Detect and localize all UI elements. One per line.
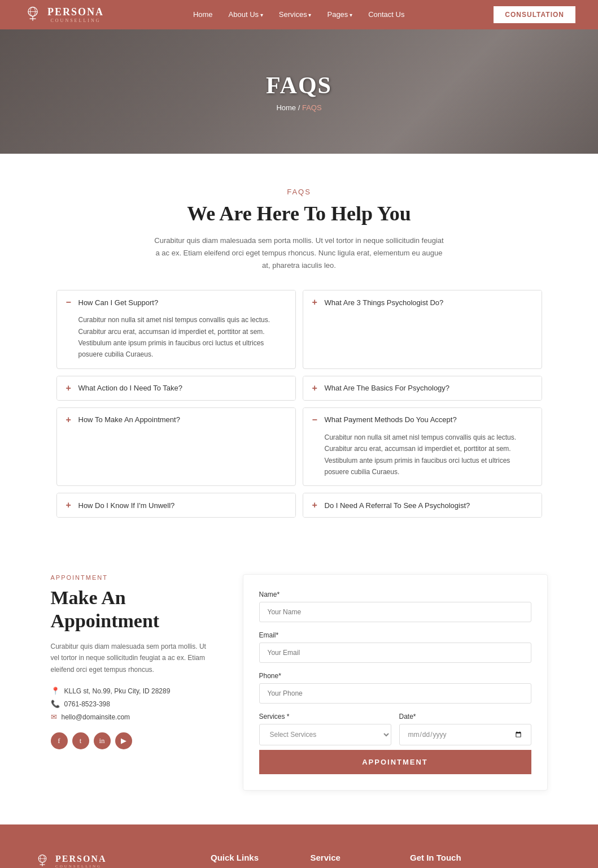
facebook-icon[interactable]: f [51, 732, 68, 749]
email-input[interactable] [259, 643, 531, 663]
faq-question-6[interactable]: + How To Make An Appointment? [57, 408, 295, 432]
faq-toggle-6: + [66, 415, 74, 425]
logo-sub: COUNSELLING [47, 18, 104, 23]
breadcrumb-current: FAQS [302, 103, 322, 112]
youtube-icon[interactable]: ▶ [115, 732, 132, 749]
faq-item-4: + What Action do I Need To Take? [56, 376, 296, 401]
hero-section: FAQS Home / FAQS [0, 29, 598, 154]
appointment-title: Make An Appointment [51, 587, 209, 633]
faq-q8-text: Do I Need A Referral To See A Psychologi… [325, 501, 470, 510]
consultation-button[interactable]: CONSULTATION [494, 6, 575, 23]
faq-q7-text: How Do I Know If I'm Unwell? [78, 501, 175, 510]
phone-field-group: Phone* [259, 672, 531, 704]
faq-question-5[interactable]: − What Payment Methods Do You Accept? [303, 408, 542, 432]
instagram-icon[interactable]: in [94, 732, 111, 749]
date-input[interactable] [399, 724, 531, 745]
faqs-title: We Are Here To Help You [45, 202, 553, 225]
appointment-email: hello@domainsite.com [62, 713, 130, 721]
phone-input[interactable] [259, 683, 531, 704]
faq-q5-text: What Payment Methods Do You Accept? [325, 415, 457, 424]
faq-toggle-1: − [66, 297, 74, 307]
faq-toggle-4: + [66, 383, 74, 393]
appointment-phone: 0761-8523-398 [64, 700, 110, 708]
appointment-submit-button[interactable]: APPOINTMENT [259, 750, 531, 774]
email-field-group: Email* [259, 631, 531, 663]
faqs-section: FAQS We Are Here To Help You Curabitur q… [0, 154, 598, 540]
appointment-address: KLLG st, No.99, Pku City, ID 28289 [64, 687, 171, 695]
faq-question-4[interactable]: + What Action do I Need To Take? [57, 376, 295, 400]
faq-grid: − How Can I Get Support? Curabitur non n… [56, 290, 542, 518]
breadcrumb-home[interactable]: Home [276, 103, 296, 112]
faq-question-2[interactable]: + What Are 3 Things Psychologist Do? [303, 290, 542, 314]
nav-services[interactable]: Services [279, 10, 312, 19]
location-icon: 📍 [51, 687, 60, 695]
faq-question-7[interactable]: + How Do I Know If I'm Unwell? [57, 493, 295, 517]
services-label: Services * [259, 713, 391, 721]
nav-pages[interactable]: Pages [327, 10, 352, 19]
faq-answer-5: Curabitur non nulla sit amet nisl tempus… [303, 432, 542, 486]
appointment-section: APPOINTMENT Make An Appointment Curabitu… [17, 540, 582, 824]
footer-col-services: Service Individual Counseling Couple Cou… [311, 853, 388, 868]
faq-q4-text: What Action do I Need To Take? [78, 384, 183, 392]
faq-item-8: + Do I Need A Referral To See A Psycholo… [303, 493, 542, 518]
faq-q3-text: What Are The Basics For Psychology? [325, 384, 450, 392]
faq-toggle-2: + [312, 297, 320, 307]
faq-answer-1: Curabitur non nulla sit amet nisl tempus… [57, 314, 295, 368]
faqs-desc: Curabitur quis diam malesuada sem porta … [152, 235, 446, 272]
nav-home[interactable]: Home [193, 10, 213, 19]
name-label: Name* [259, 591, 531, 598]
services-field-group: Services * Select Services Individual Co… [259, 713, 391, 745]
logo[interactable]: PERSONA COUNSELLING [23, 5, 104, 25]
quick-links-title: Quick Links [211, 853, 288, 862]
name-field-group: Name* [259, 591, 531, 622]
date-field-group: Date* [399, 713, 531, 745]
twitter-icon[interactable]: t [72, 732, 89, 749]
faq-item-1: − How Can I Get Support? Curabitur non n… [56, 290, 296, 369]
faq-q6-text: How To Make An Appointment? [78, 415, 180, 424]
footer-logo-icon [34, 853, 51, 868]
logo-text: PERSONA [47, 6, 104, 18]
footer-col-contact: Get In Touch 📍 KLLG st, No.99, Pku City,… [410, 853, 564, 868]
faq-toggle-5: − [312, 415, 320, 425]
footer-logo-inner: PERSONA COUNSELLING [34, 853, 106, 868]
nav-contact[interactable]: Contact Us [368, 10, 404, 19]
date-label: Date* [399, 713, 531, 721]
contact-title: Get In Touch [410, 853, 564, 862]
hero-title: FAQS [266, 72, 332, 99]
nav-about[interactable]: About Us [229, 10, 263, 19]
faq-item-3: + What Are The Basics For Psychology? [303, 376, 542, 401]
name-input[interactable] [259, 602, 531, 622]
services-date-row: Services * Select Services Individual Co… [259, 713, 531, 745]
faq-question-1[interactable]: − How Can I Get Support? [57, 290, 295, 314]
services-select[interactable]: Select Services Individual Counseling Co… [259, 724, 391, 745]
breadcrumb-sep: / [298, 103, 302, 112]
phone-label: Phone* [259, 672, 531, 680]
faq-q1-text: How Can I Get Support? [78, 298, 159, 307]
faq-question-3[interactable]: + What Are The Basics For Psychology? [303, 376, 542, 400]
appointment-form: Name* Email* Phone* Services * Select Se… [243, 574, 548, 791]
email-icon: ✉ [51, 713, 57, 721]
breadcrumb: Home / FAQS [266, 103, 332, 112]
footer-logo: PERSONA COUNSELLING [34, 853, 188, 868]
faq-item-5: − What Payment Methods Do You Accept? Cu… [303, 407, 542, 487]
footer: PERSONA COUNSELLING Lorem ipsum dolor si… [0, 824, 598, 868]
appointment-email-row: ✉ hello@domainsite.com [51, 713, 209, 721]
footer-grid: PERSONA COUNSELLING Lorem ipsum dolor si… [34, 853, 564, 868]
footer-col-links: Quick Links Home About Us Service Contac… [211, 853, 288, 868]
faqs-label: FAQS [45, 188, 553, 196]
social-icons: f t in ▶ [51, 732, 209, 749]
appointment-contact-info: 📍 KLLG st, No.99, Pku City, ID 28289 📞 0… [51, 687, 209, 721]
appointment-phone-row: 📞 0761-8523-398 [51, 700, 209, 708]
logo-icon [23, 5, 43, 25]
faq-item-7: + How Do I Know If I'm Unwell? [56, 493, 296, 518]
faq-q2-text: What Are 3 Things Psychologist Do? [325, 298, 444, 307]
appointment-label: APPOINTMENT [51, 574, 209, 581]
email-label: Email* [259, 631, 531, 639]
footer-logo-sub: COUNSELLING [55, 864, 106, 868]
faq-item-2: + What Are 3 Things Psychologist Do? [303, 290, 542, 369]
faq-toggle-8: + [312, 500, 320, 510]
faq-toggle-3: + [312, 383, 320, 393]
nav-menu: Home About Us Services Pages Contact Us [193, 10, 405, 19]
faq-question-8[interactable]: + Do I Need A Referral To See A Psycholo… [303, 493, 542, 517]
services-title: Service [311, 853, 388, 862]
